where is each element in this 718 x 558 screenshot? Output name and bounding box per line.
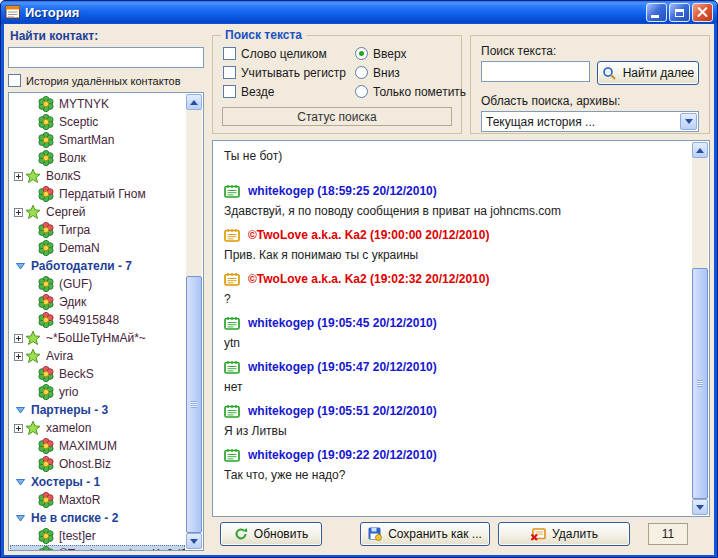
group-collapse-icon[interactable] [15, 477, 26, 487]
flower-away-status-icon [38, 312, 54, 328]
contact-label: yrio [59, 385, 78, 399]
expand-plus-icon[interactable] [14, 424, 23, 433]
contact-group-row[interactable]: Хостеры - 1 [10, 473, 185, 491]
whole-word-label: Слово целиком [241, 47, 327, 61]
scroll-down-button[interactable] [692, 499, 708, 515]
contact-row[interactable]: ВолкS [10, 167, 185, 185]
everywhere-checkbox[interactable] [223, 85, 236, 98]
mark-only-radio[interactable] [355, 85, 368, 98]
scrollbar-thumb[interactable] [186, 276, 202, 533]
search-text-input[interactable] [481, 61, 590, 82]
flower-status-icon [38, 96, 54, 112]
message-icon-slot [224, 228, 241, 243]
match-case-label: Учитывать регистр [241, 66, 346, 80]
contact-expand-slot [14, 172, 23, 181]
contact-row[interactable]: MYTNYK [10, 95, 185, 113]
minimize-button[interactable] [646, 3, 667, 22]
contact-row[interactable]: MAXIMUM [10, 437, 185, 455]
contact-row[interactable]: ~*БоШеТуНмАй*~ [10, 329, 185, 347]
contact-status-icon-slot [25, 168, 41, 184]
scroll-up-button[interactable] [186, 94, 202, 110]
match-case-checkbox[interactable] [223, 66, 236, 79]
message-list: whitekogep (18:59:25 20/12/2010) Здавств… [224, 183, 685, 483]
contact-row[interactable]: Ohost.Biz [10, 455, 185, 473]
contact-label: Волк [59, 151, 86, 165]
history-panel: Поиск текста Слово целиком Учитывать рег… [212, 28, 710, 551]
incoming-message-icon [224, 448, 241, 463]
minimize-icon [651, 15, 659, 18]
star-status-icon [25, 168, 41, 184]
expand-plus-icon[interactable] [14, 208, 23, 217]
group-collapse-icon[interactable] [15, 513, 26, 523]
contact-row[interactable]: Тигра [10, 221, 185, 239]
find-next-label: Найти далее [623, 66, 695, 80]
contact-row[interactable]: SmartMan [10, 131, 185, 149]
find-next-button[interactable]: Найти далее [597, 61, 699, 85]
contact-row[interactable]: MaxtoR [10, 491, 185, 509]
flower-away-status-icon [38, 438, 54, 454]
contact-row[interactable]: Avira [10, 347, 185, 365]
scroll-down-button[interactable] [186, 533, 202, 549]
everywhere-label: Везде [241, 85, 274, 99]
direction-down-radio[interactable] [355, 66, 368, 79]
contact-row[interactable]: (GUF) [10, 275, 185, 293]
contact-group-label: Работодатели - 7 [31, 259, 132, 273]
contact-group-row[interactable]: Не в списке - 2 [10, 509, 185, 527]
refresh-button[interactable]: Обновить [220, 522, 322, 546]
message-text: ? [224, 292, 685, 307]
message-author-timestamp: whitekogep (19:05:45 20/12/2010) [248, 316, 437, 330]
search-scope-dropdown[interactable]: Текущая история ... [481, 111, 699, 132]
find-contact-input[interactable] [8, 47, 204, 68]
direction-up-option: Вверх [355, 47, 466, 60]
dropdown-button[interactable] [680, 113, 697, 130]
contact-status-icon-slot [38, 114, 54, 130]
contact-row[interactable]: Волк [10, 149, 185, 167]
expand-plus-icon[interactable] [14, 352, 23, 361]
maximize-button[interactable] [669, 3, 690, 22]
contact-row[interactable]: Сергей [10, 203, 185, 221]
search-scope-value: Текущая история ... [486, 115, 595, 129]
expand-plus-icon[interactable] [14, 334, 23, 343]
save-as-button[interactable]: Сохранить как ... [360, 522, 490, 546]
titlebar[interactable]: История [1, 1, 717, 24]
mark-only-label: Только пометить [373, 85, 466, 99]
message-icon-slot [224, 404, 241, 419]
direction-up-radio[interactable] [355, 47, 368, 60]
scrollbar-thumb[interactable] [692, 268, 708, 499]
contact-label: BeckS [59, 367, 94, 381]
contact-row[interactable]: BeckS [10, 365, 185, 383]
contact-row[interactable]: xamelon [10, 419, 185, 437]
contact-list-rows: MYTNYK Sceptic SmartMan Волк [10, 94, 185, 550]
group-collapse-icon[interactable] [15, 261, 26, 271]
contact-label: Эдик [59, 295, 86, 309]
flower-status-icon [38, 546, 54, 550]
whole-word-option: Слово целиком [223, 47, 355, 60]
contact-group-row[interactable]: Работодатели - 7 [10, 257, 185, 275]
contact-row[interactable]: ©TwoLove a.k.a. Ka2 (9 [10, 545, 185, 550]
contact-group-row[interactable]: Партнеры - 3 [10, 401, 185, 419]
contact-label: Сергей [46, 205, 86, 219]
deleted-history-checkbox[interactable] [8, 74, 21, 87]
contact-status-icon-slot [38, 366, 54, 382]
delete-button[interactable]: Удалить [498, 522, 630, 546]
contact-row[interactable]: Эдик [10, 293, 185, 311]
contact-row[interactable]: Sceptic [10, 113, 185, 131]
contact-label: Пердатый Гном [59, 187, 146, 201]
contact-row[interactable]: yrio [10, 383, 185, 401]
group-collapse-icon[interactable] [15, 405, 26, 415]
expand-plus-icon[interactable] [14, 172, 23, 181]
save-as-label: Сохранить как ... [388, 527, 482, 541]
contact-row[interactable]: DemaN [10, 239, 185, 257]
incoming-message-icon [224, 316, 241, 331]
contact-row[interactable]: 594915848 [10, 311, 185, 329]
scroll-up-button[interactable] [692, 142, 708, 158]
history-window: История Найти контакт: История удалённых… [0, 0, 718, 558]
close-button[interactable] [692, 3, 713, 22]
contact-expand-slot [14, 208, 23, 217]
search-scope-label: Область поиска, архивы: [481, 94, 699, 108]
contact-row[interactable]: Пердатый Гном [10, 185, 185, 203]
contact-label: MaxtoR [59, 493, 100, 507]
star-status-icon [25, 420, 41, 436]
contact-row[interactable]: [test]er [10, 527, 185, 545]
whole-word-checkbox[interactable] [223, 47, 236, 60]
